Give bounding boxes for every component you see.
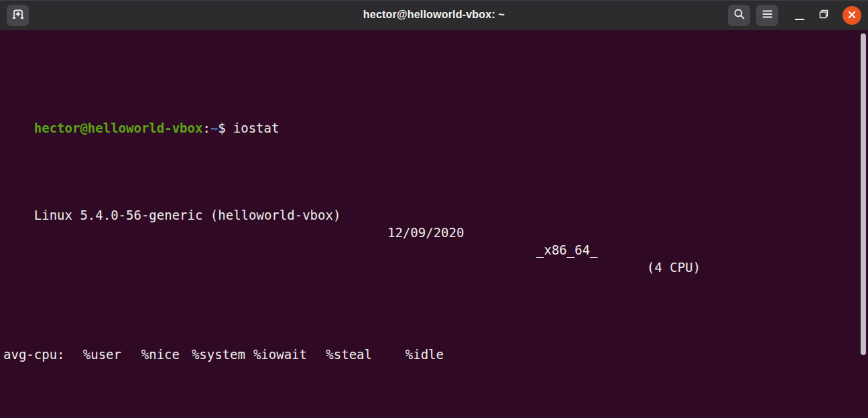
terminal-output[interactable]: hector@helloworld-vbox:~$iostat Linux 5.… [0, 30, 868, 418]
minimize-button[interactable] [791, 5, 808, 26]
avg-cpu-header: %steal [307, 346, 372, 363]
menu-button[interactable] [756, 5, 778, 26]
prompt-dollar: $ [218, 121, 225, 135]
avg-cpu-header: %user [59, 346, 121, 363]
system-arch: _x86_64_ [536, 241, 598, 259]
restore-window-icon [818, 8, 830, 23]
minimize-icon [795, 19, 804, 20]
avg-cpu-header-row: avg-cpu: %user %nice %system %iowait %st… [3, 346, 868, 363]
avg-cpu-header: %idle [372, 346, 444, 363]
prompt-path: ~ [210, 121, 218, 135]
titlebar: hector@helloworld-vbox: ~ [0, 0, 868, 30]
kernel-info: Linux 5.4.0-56-generic (helloworld-vbox) [34, 208, 341, 222]
sysinfo-line: Linux 5.4.0-56-generic (helloworld-vbox)… [3, 189, 868, 206]
avg-cpu-header: %system [180, 346, 245, 363]
system-date: 12/09/2020 [387, 224, 464, 241]
prompt-line: hector@helloworld-vbox:~$iostat [3, 102, 868, 119]
avg-cpu-header: %iowait [245, 346, 307, 363]
blank-line [3, 259, 868, 276]
scrollbar-thumb[interactable] [861, 33, 866, 355]
search-icon [733, 7, 746, 23]
prompt-user-host: hector@helloworld-vbox [34, 121, 203, 135]
avg-cpu-label: avg-cpu: [3, 346, 59, 363]
command-text: iostat [233, 121, 280, 135]
restore-button[interactable] [815, 5, 832, 26]
search-button[interactable] [728, 5, 750, 26]
avg-cpu-header: %nice [121, 346, 180, 363]
close-icon [847, 9, 857, 22]
close-button[interactable] [843, 6, 861, 25]
hamburger-menu-icon [761, 7, 774, 23]
prompt-colon: : [202, 121, 210, 135]
